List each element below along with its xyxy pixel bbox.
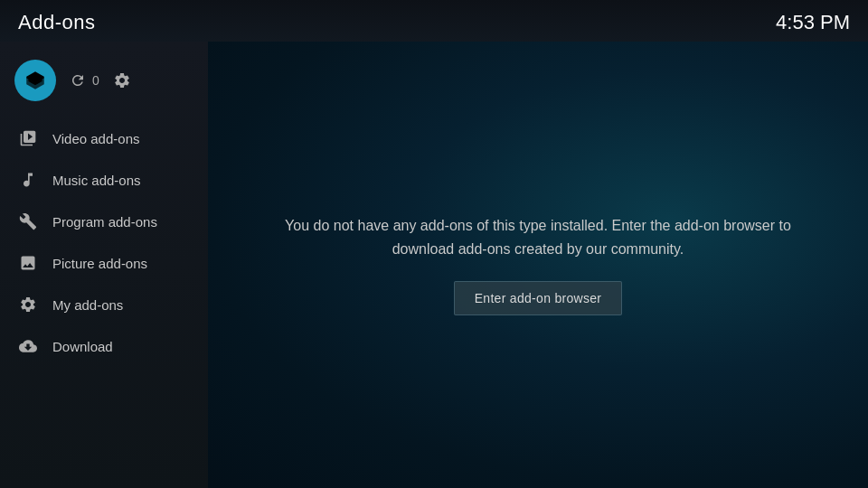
music-icon [18, 170, 38, 190]
enter-addon-browser-button[interactable]: Enter add-on browser [454, 281, 623, 315]
sidebar-item-label: Video add-ons [52, 131, 139, 146]
refresh-area: 0 [69, 71, 99, 89]
sidebar-item-label: Music add-ons [52, 173, 141, 188]
sidebar-item-label: Program add-ons [52, 214, 157, 230]
center-content: You do not have any add-ons of this type… [258, 196, 818, 333]
settings-icon[interactable] [112, 70, 132, 90]
main-layout: 0 Video add-ons [0, 42, 868, 488]
sidebar-item-music-addons[interactable]: Music add-ons [0, 159, 208, 201]
empty-state-message: You do not have any add-ons of this type… [276, 214, 800, 260]
sidebar-item-picture-addons[interactable]: Picture add-ons [0, 242, 208, 284]
sidebar-item-video-addons[interactable]: Video add-ons [0, 117, 208, 159]
sidebar-item-label: Picture add-ons [52, 256, 147, 271]
page-title: Add-ons [18, 11, 95, 34]
sidebar-item-label: My add-ons [52, 297, 123, 313]
refresh-icon[interactable] [69, 71, 87, 89]
sidebar-item-program-addons[interactable]: Program add-ons [0, 201, 208, 242]
sidebar-nav: Video add-ons Music add-ons Progra [0, 117, 208, 367]
program-icon [18, 211, 38, 231]
download-icon [18, 336, 38, 356]
sidebar-item-label: Download [52, 339, 113, 354]
main-area: You do not have any add-ons of this type… [208, 42, 868, 488]
picture-icon [18, 253, 38, 273]
clock: 4:53 PM [776, 11, 850, 34]
top-bar: Add-ons 4:53 PM [0, 0, 868, 42]
sidebar-item-my-addons[interactable]: My add-ons [0, 284, 208, 325]
refresh-count: 0 [92, 73, 99, 88]
sidebar-item-download[interactable]: Download [0, 325, 208, 367]
sidebar: 0 Video add-ons [0, 42, 208, 488]
sidebar-header: 0 [0, 51, 208, 117]
addon-home-button[interactable] [14, 60, 56, 101]
my-addons-icon [18, 295, 38, 314]
video-icon [18, 128, 38, 148]
